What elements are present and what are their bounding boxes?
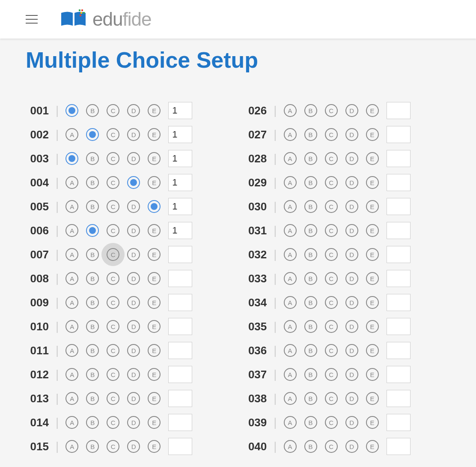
answer-bubble-a[interactable]: A (284, 248, 297, 261)
answer-bubble-c[interactable]: C (107, 200, 119, 213)
points-input[interactable] (387, 390, 411, 407)
answer-bubble-e[interactable]: E (366, 248, 379, 261)
answer-bubble-d[interactable]: D (345, 416, 358, 429)
answer-bubble-a[interactable]: A (65, 296, 78, 309)
answer-bubble-c[interactable]: C (325, 248, 338, 261)
answer-bubble-d[interactable]: D (345, 200, 358, 213)
points-input[interactable] (168, 366, 192, 383)
answer-bubble-b[interactable]: B (86, 104, 99, 117)
answer-bubble-a[interactable]: A (284, 416, 297, 429)
answer-bubble-b[interactable]: B (86, 320, 99, 333)
answer-bubble-d[interactable]: D (127, 200, 140, 213)
answer-bubble-e[interactable]: E (148, 104, 161, 117)
answer-bubble-c[interactable]: C (325, 104, 338, 117)
answer-bubble-b[interactable]: B (86, 296, 99, 309)
answer-bubble-a[interactable]: A (65, 440, 78, 453)
answer-bubble-a[interactable]: A (284, 344, 297, 357)
answer-bubble-c[interactable]: C (325, 368, 338, 381)
answer-bubble-b[interactable]: B (86, 416, 99, 429)
answer-bubble-e[interactable]: E (366, 200, 379, 213)
answer-bubble-b[interactable]: B (304, 296, 317, 309)
answer-bubble-d[interactable]: D (345, 392, 358, 405)
answer-bubble-e[interactable]: E (148, 368, 161, 381)
points-input[interactable] (168, 174, 192, 191)
answer-bubble-e[interactable]: E (366, 272, 379, 285)
answer-bubble-d[interactable]: D (127, 224, 140, 237)
points-input[interactable] (168, 270, 192, 287)
answer-bubble-c[interactable]: C (107, 152, 119, 165)
answer-bubble-a[interactable]: A (284, 392, 297, 405)
answer-bubble-d[interactable]: D (345, 152, 358, 165)
answer-bubble-b[interactable]: B (304, 344, 317, 357)
answer-bubble-e[interactable]: E (366, 392, 379, 405)
answer-bubble-d[interactable]: D (127, 176, 140, 189)
answer-bubble-d[interactable]: D (127, 344, 140, 357)
answer-bubble-a[interactable]: A (65, 128, 78, 141)
answer-bubble-c[interactable]: C (325, 320, 338, 333)
answer-bubble-d[interactable]: D (127, 320, 140, 333)
answer-bubble-b[interactable]: B (86, 368, 99, 381)
answer-bubble-a[interactable]: A (284, 296, 297, 309)
answer-bubble-d[interactable]: D (127, 392, 140, 405)
answer-bubble-c[interactable]: C (107, 368, 119, 381)
answer-bubble-c[interactable]: C (107, 320, 119, 333)
answer-bubble-c[interactable]: C (107, 224, 119, 237)
answer-bubble-e[interactable]: E (366, 296, 379, 309)
answer-bubble-c[interactable]: C (107, 296, 119, 309)
answer-bubble-b[interactable]: B (86, 392, 99, 405)
answer-bubble-e[interactable]: E (148, 224, 161, 237)
points-input[interactable] (168, 150, 192, 167)
answer-bubble-a[interactable]: A (284, 176, 297, 189)
answer-bubble-e[interactable]: E (148, 416, 161, 429)
answer-bubble-d[interactable]: D (345, 224, 358, 237)
answer-bubble-b[interactable]: B (304, 152, 317, 165)
answer-bubble-a[interactable]: A (284, 104, 297, 117)
points-input[interactable] (387, 270, 411, 287)
answer-bubble-e[interactable]: E (148, 296, 161, 309)
answer-bubble-a[interactable]: A (284, 152, 297, 165)
answer-bubble-c[interactable]: C (107, 416, 119, 429)
answer-bubble-b[interactable]: B (304, 440, 317, 453)
answer-bubble-e[interactable]: E (148, 344, 161, 357)
answer-bubble-b[interactable]: B (304, 272, 317, 285)
points-input[interactable] (168, 438, 192, 455)
answer-bubble-b[interactable]: B (86, 128, 99, 141)
answer-bubble-b[interactable]: B (86, 248, 99, 261)
answer-bubble-d[interactable]: D (127, 248, 140, 261)
answer-bubble-b[interactable]: B (86, 224, 99, 237)
answer-bubble-a[interactable]: A (284, 224, 297, 237)
answer-bubble-e[interactable]: E (366, 368, 379, 381)
answer-bubble-e[interactable]: E (148, 320, 161, 333)
answer-bubble-e[interactable]: E (148, 176, 161, 189)
answer-bubble-d[interactable]: D (345, 248, 358, 261)
answer-bubble-c[interactable]: C (325, 392, 338, 405)
answer-bubble-c[interactable]: C (107, 104, 119, 117)
answer-bubble-a[interactable]: A (65, 320, 78, 333)
answer-bubble-e[interactable]: E (366, 152, 379, 165)
answer-bubble-a[interactable]: A (65, 368, 78, 381)
points-input[interactable] (168, 318, 192, 335)
answer-bubble-a[interactable]: A (65, 416, 78, 429)
answer-bubble-b[interactable]: B (86, 440, 99, 453)
answer-bubble-e[interactable]: E (366, 224, 379, 237)
answer-bubble-c[interactable]: C (325, 200, 338, 213)
answer-bubble-e[interactable]: E (366, 320, 379, 333)
points-input[interactable] (387, 414, 411, 431)
answer-bubble-c[interactable]: C (107, 128, 119, 141)
answer-bubble-d[interactable]: D (127, 104, 140, 117)
answer-bubble-a[interactable]: A (65, 392, 78, 405)
logo[interactable]: edufide (59, 9, 151, 30)
answer-bubble-b[interactable]: B (304, 320, 317, 333)
answer-bubble-a[interactable]: A (65, 176, 78, 189)
points-input[interactable] (387, 150, 411, 167)
points-input[interactable] (387, 342, 411, 359)
answer-bubble-d[interactable]: D (127, 296, 140, 309)
answer-bubble-c[interactable]: C (325, 296, 338, 309)
answer-bubble-e[interactable]: E (148, 392, 161, 405)
points-input[interactable] (168, 294, 192, 311)
answer-bubble-b[interactable]: B (86, 176, 99, 189)
points-input[interactable] (387, 366, 411, 383)
answer-bubble-a[interactable]: A (65, 248, 78, 261)
answer-bubble-a[interactable]: A (65, 344, 78, 357)
answer-bubble-c[interactable]: C (107, 272, 119, 285)
